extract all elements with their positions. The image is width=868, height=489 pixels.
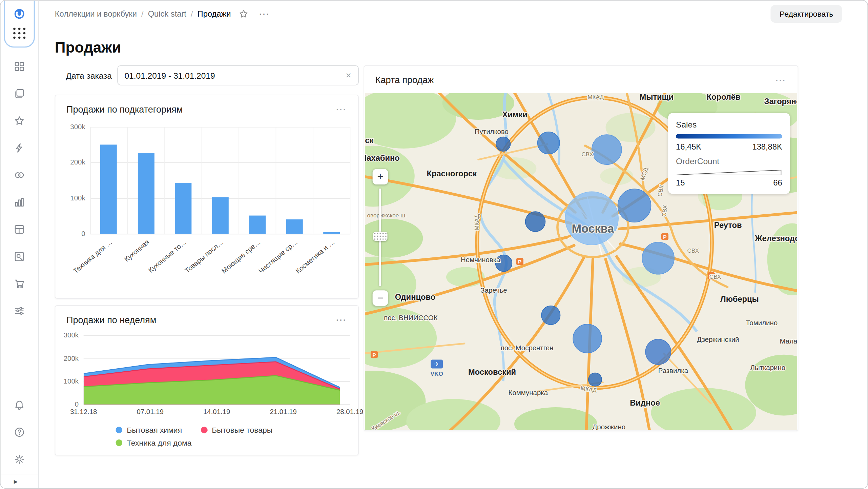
sales-min: 16,45K [676,142,701,151]
date-range-input[interactable]: 01.01.2019 - 31.01.2019 ✕ [117,65,359,85]
breadcrumb-item[interactable]: Коллекции и воркбуки [55,9,137,18]
y-axis-tick: 200k [70,159,85,167]
bar-5[interactable] [286,219,303,234]
breadcrumb-separator: / [191,9,193,18]
datasets-icon[interactable] [14,170,25,181]
bar-chart-title: Продажи по подкатегориям [66,104,183,115]
dashboards-icon[interactable] [14,224,25,235]
legend-dot [116,427,122,433]
breadcrumb-separator: / [141,9,144,18]
dashboard-grid: Дата заказа 01.01.2019 - 31.01.2019 ✕ Пр… [39,65,867,455]
map-label: Нахабино [365,154,400,162]
bar-0[interactable] [101,145,117,234]
logo-area [4,0,35,48]
connections-icon[interactable] [14,142,25,154]
map-label: Реутов [714,221,742,230]
gridline [90,127,350,128]
ordercount-min: 15 [676,178,685,187]
notifications-icon[interactable] [14,399,25,411]
sidebar-collapse[interactable]: ▶ [1,474,38,488]
map-label: СВХ [581,151,593,158]
map-label: пос. Мосрентген [501,344,554,352]
breadcrumb-item: Продажи [198,9,231,18]
x-axis-label: 31.12.18 [70,408,97,416]
ordercount-legend-label: OrderCount [676,156,782,166]
legend-item[interactable]: Техника для дома [116,438,191,447]
legend-label: Техника для дома [127,438,191,447]
settings-icon[interactable] [14,454,25,465]
bar-3[interactable] [212,197,228,234]
left-column: Дата заказа 01.01.2019 - 31.01.2019 ✕ Пр… [55,65,359,455]
map-label: Томилино [746,319,778,327]
map-menu-icon[interactable]: ⋯ [775,77,787,83]
collections-icon[interactable] [14,61,25,72]
bar-1[interactable] [138,153,154,234]
marketplace-icon[interactable] [14,278,25,289]
area-chart-title: Продажи по неделям [66,315,156,325]
legend-label: Бытовая химия [127,426,182,434]
legend-item[interactable]: Бытовые товары [201,426,272,434]
svg-text:Р: Р [518,259,521,265]
map-bubble[interactable] [496,137,510,151]
airport-icon: ✈VKO [431,359,443,377]
map-bubble[interactable] [592,135,622,164]
map-bubble[interactable] [588,373,602,386]
map-label: Красногорск [427,169,477,178]
datalens-logo-icon[interactable] [14,8,25,20]
map-card: Карта продаж ⋯ [364,65,798,431]
map-bubble[interactable] [642,242,674,274]
apps-grid-icon[interactable] [13,28,26,39]
breadcrumb-item[interactable]: Quick start [148,9,186,18]
charts-icon[interactable] [14,197,25,208]
gridline-vertical [313,127,313,234]
services-icon[interactable] [14,305,25,316]
favorites-icon[interactable] [14,115,25,126]
y-axis-tick: 300k [64,331,79,339]
more-menu-icon[interactable]: ⋯ [259,7,270,20]
edit-button[interactable]: Редактировать [771,5,842,23]
map-bubble[interactable] [541,306,560,325]
clear-filter-icon[interactable]: ✕ [346,71,352,80]
map-label: ск [365,136,373,145]
gridline-vertical [127,127,128,234]
map-title: Карта продаж [375,75,434,85]
gridline [90,162,350,163]
map-label: Железнодоро [755,234,797,243]
help-icon[interactable] [14,427,25,438]
map-label: Дрожжино [593,423,626,430]
map-bubble[interactable] [573,324,602,353]
map-bubble[interactable] [538,132,560,154]
date-filter: Дата заказа 01.01.2019 - 31.01.2019 ✕ [55,65,359,85]
map-bubble[interactable] [525,212,545,232]
zoom-out-button[interactable]: − [373,290,388,306]
map-label: пос. ВНИИССОК [384,314,438,321]
sales-gradient [676,134,782,138]
map-bubble[interactable] [645,339,671,365]
x-axis-label: 14.01.19 [203,408,230,416]
map-label: Видное [630,398,660,407]
x-axis-label: 21.01.19 [270,408,297,416]
y-axis-tick: 100k [70,194,85,202]
map[interactable]: РРРР✈VKO ХимкиМытищиКоролёвЗагорянскПути… [365,93,797,430]
gridline-vertical [276,127,276,234]
date-range-value: 01.01.2019 - 31.01.2019 [124,71,345,80]
zoom-slider-handle[interactable] [373,232,387,241]
zoom-in-button[interactable]: + [373,169,388,184]
legend-item[interactable]: Бытовая химия [116,426,182,434]
area-chart-plot[interactable]: 300k200k100k0 [84,335,350,405]
favorite-star-icon[interactable] [239,9,248,19]
map-label: Загорянск [764,97,797,106]
map-bubble[interactable] [565,192,618,245]
bar-4[interactable] [249,215,265,234]
map-label: оворижское ш. [367,212,407,219]
bar-chart-plot[interactable]: 300k200k100k0 [90,127,350,234]
bar-chart-menu-icon[interactable]: ⋯ [335,107,347,112]
gridline-vertical [202,127,202,234]
area-chart-menu-icon[interactable]: ⋯ [335,317,347,322]
editor-icon[interactable] [14,251,25,262]
sidebar-nav [14,61,25,316]
workbooks-icon[interactable] [14,88,25,99]
bar-2[interactable] [175,183,191,234]
sales-legend-label: Sales [676,120,782,129]
map-bubble[interactable] [618,189,651,222]
